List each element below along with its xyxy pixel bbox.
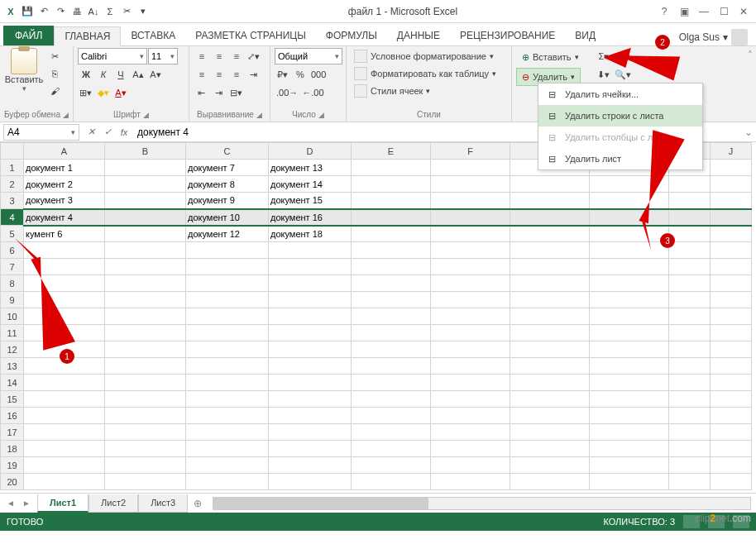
cell-J15[interactable] <box>711 391 752 408</box>
cell-A6[interactable] <box>24 242 105 259</box>
cell-A11[interactable] <box>24 325 105 341</box>
cell-D9[interactable] <box>269 292 352 308</box>
column-header-F[interactable]: F <box>431 143 510 160</box>
cell-C16[interactable] <box>186 408 269 424</box>
cell-C6[interactable] <box>186 242 269 259</box>
cell-D1[interactable]: документ 13 <box>269 160 352 176</box>
cell-E14[interactable] <box>352 375 431 391</box>
cell-B5[interactable] <box>105 226 186 242</box>
tab-layout[interactable]: РАЗМЕТКА СТРАНИЦЫ <box>185 26 316 45</box>
cell-D4[interactable]: документ 16 <box>269 209 352 226</box>
insert-cells-button[interactable]: ⊕Вставить▾ <box>516 48 585 66</box>
collapse-ribbon-icon[interactable]: ˄ <box>748 50 753 60</box>
copy-button[interactable]: ⎘ <box>46 65 63 82</box>
cell-J3[interactable] <box>711 193 752 209</box>
cell-C13[interactable] <box>186 358 269 375</box>
cell-A7[interactable] <box>24 259 105 275</box>
undo-icon[interactable]: ↶ <box>36 4 51 19</box>
cell-C4[interactable]: документ 10 <box>186 209 269 226</box>
cell-J14[interactable] <box>711 375 752 391</box>
cell-B2[interactable] <box>105 176 186 193</box>
tab-home[interactable]: ГЛАВНАЯ <box>54 26 121 46</box>
font-launcher-icon[interactable]: ◢ <box>143 111 149 119</box>
underline-button[interactable]: Ч <box>112 66 129 83</box>
cell-D12[interactable] <box>269 341 352 358</box>
cell-J4[interactable] <box>711 209 752 226</box>
cell-I18[interactable] <box>669 441 711 457</box>
cell-E9[interactable] <box>352 292 431 308</box>
close-icon[interactable]: ✕ <box>734 4 753 19</box>
fill-button[interactable]: ⬇▾ <box>596 66 612 83</box>
cell-B6[interactable] <box>105 242 186 259</box>
cell-A4[interactable]: документ 4 <box>24 209 105 226</box>
number-format-combo[interactable]: Общий▾ <box>275 48 342 64</box>
cell-B12[interactable] <box>105 341 186 358</box>
cell-F20[interactable] <box>431 474 510 490</box>
cell-J12[interactable] <box>711 341 752 358</box>
cell-B3[interactable] <box>105 193 186 209</box>
cell-H4[interactable] <box>590 209 669 226</box>
font-size-combo[interactable]: 11▾ <box>148 48 178 64</box>
column-header-E[interactable]: E <box>352 143 431 160</box>
delete-cells-item[interactable]: ⊟Удалить ячейки... <box>538 84 702 105</box>
percent-button[interactable]: % <box>292 66 309 83</box>
cell-H7[interactable] <box>590 259 669 275</box>
cell-H9[interactable] <box>590 292 669 308</box>
cell-H19[interactable] <box>590 457 669 474</box>
cell-F18[interactable] <box>431 441 510 457</box>
cell-F17[interactable] <box>431 424 510 441</box>
cell-I14[interactable] <box>669 375 711 391</box>
cell-G9[interactable] <box>510 292 590 308</box>
delete-sheet-item[interactable]: ⊟Удалить лист <box>538 148 702 169</box>
cell-D15[interactable] <box>269 391 352 408</box>
cell-I20[interactable] <box>669 474 711 490</box>
cell-B17[interactable] <box>105 424 186 441</box>
cell-E6[interactable] <box>352 242 431 259</box>
cell-J6[interactable] <box>711 242 752 259</box>
cell-D11[interactable] <box>269 325 352 341</box>
cell-J1[interactable] <box>711 160 752 176</box>
cell-G6[interactable] <box>510 242 590 259</box>
cell-H2[interactable] <box>590 176 669 193</box>
expand-formula-bar-icon[interactable]: ⌄ <box>741 126 756 138</box>
cell-A15[interactable] <box>24 391 105 408</box>
cell-A2[interactable]: документ 2 <box>24 176 105 193</box>
print-icon[interactable]: 🖶 <box>69 4 84 19</box>
cell-I3[interactable] <box>669 193 711 209</box>
cell-A5[interactable]: кумент 6 <box>24 226 105 242</box>
row-header-6[interactable]: 6 <box>1 242 24 259</box>
cell-H20[interactable] <box>590 474 669 490</box>
row-header-18[interactable]: 18 <box>1 441 24 457</box>
cell-J8[interactable] <box>711 275 752 292</box>
italic-button[interactable]: К <box>95 66 112 83</box>
cell-F12[interactable] <box>431 341 510 358</box>
cell-J17[interactable] <box>711 424 752 441</box>
row-header-10[interactable]: 10 <box>1 308 24 325</box>
cell-F1[interactable] <box>431 160 510 176</box>
cell-E18[interactable] <box>352 441 431 457</box>
cell-G19[interactable] <box>510 457 590 474</box>
cell-J11[interactable] <box>711 325 752 341</box>
cell-I9[interactable] <box>669 292 711 308</box>
cell-C10[interactable] <box>186 308 269 325</box>
help-icon[interactable]: ? <box>655 4 673 19</box>
sheet-tab-3[interactable]: Лист3 <box>138 494 188 513</box>
cell-J19[interactable] <box>711 457 752 474</box>
sheet-tab-2[interactable]: Лист2 <box>89 494 138 513</box>
cell-C15[interactable] <box>186 391 269 408</box>
cell-J18[interactable] <box>711 441 752 457</box>
cell-B13[interactable] <box>105 358 186 375</box>
sum-icon[interactable]: Σ <box>103 4 117 19</box>
cell-D3[interactable]: документ 15 <box>269 193 352 209</box>
cell-I8[interactable] <box>669 275 711 292</box>
paste-button[interactable]: Вставить ▾ <box>4 48 44 93</box>
save-icon[interactable]: 💾 <box>20 4 35 19</box>
grow-font-button[interactable]: A▴ <box>130 66 146 83</box>
cell-B20[interactable] <box>105 474 186 490</box>
qat-dropdown-icon[interactable]: ▾ <box>136 4 151 19</box>
cell-C5[interactable]: документ 12 <box>186 226 269 242</box>
cell-F14[interactable] <box>431 375 510 391</box>
cell-I19[interactable] <box>669 457 711 474</box>
worksheet-grid[interactable]: ABCDEFGHIJ 1документ 1документ 7документ… <box>0 142 756 493</box>
minimize-icon[interactable]: — <box>695 4 713 19</box>
